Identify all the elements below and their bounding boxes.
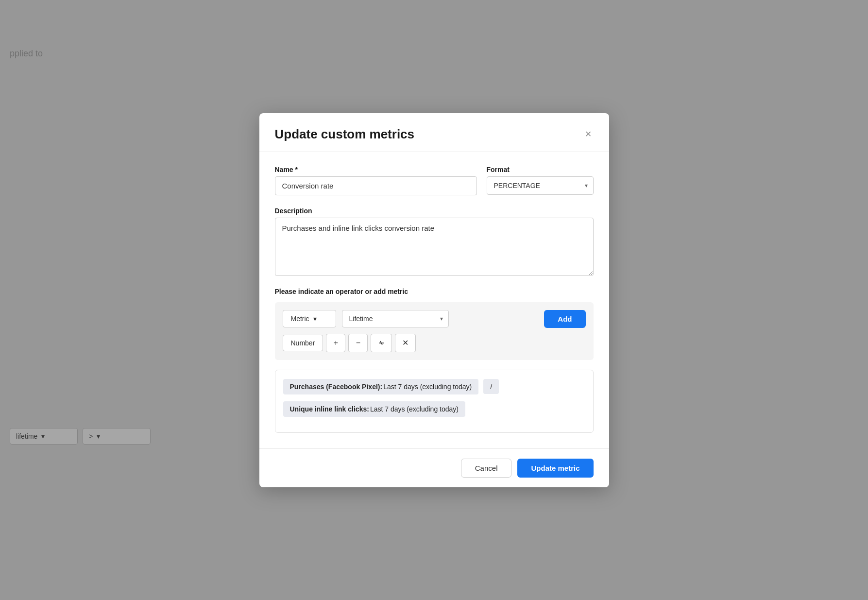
close-button[interactable]: ×: [583, 127, 594, 141]
name-group: Name *: [275, 166, 477, 195]
format-group: Format PERCENTAGE NUMBER CURRENCY DECIMA…: [487, 166, 594, 195]
format-select[interactable]: PERCENTAGE NUMBER CURRENCY DECIMAL: [487, 176, 594, 195]
update-metric-button[interactable]: Update metric: [517, 459, 593, 478]
format-select-wrapper: PERCENTAGE NUMBER CURRENCY DECIMAL ▾: [487, 176, 594, 195]
modal-body: Name * Format PERCENTAGE NUMBER CURRENCY…: [259, 152, 609, 448]
metrics-area: Purchases (Facebook Pixel): Last 7 days …: [275, 370, 594, 433]
name-format-row: Name * Format PERCENTAGE NUMBER CURRENCY…: [275, 166, 594, 195]
metric-tag-2: Unique inline link clicks: Last 7 days (…: [283, 401, 465, 417]
metric-row-1: Purchases (Facebook Pixel): Last 7 days …: [283, 379, 585, 394]
x-button[interactable]: ✕: [395, 334, 416, 352]
lifetime-select[interactable]: Lifetime Last 7 days Last 14 days Last 3…: [342, 310, 449, 327]
metric-chevron-icon: ▾: [313, 315, 317, 323]
operator-section-label: Please indicate an operator or add metri…: [275, 288, 594, 295]
metric1-rest: Last 7 days (excluding today): [383, 383, 472, 391]
metric-dropdown-button[interactable]: Metric ▾: [283, 310, 336, 327]
operator-top-row: Metric ▾ Lifetime Last 7 days Last 14 da…: [283, 310, 586, 328]
format-label: Format: [487, 166, 594, 173]
name-label: Name *: [275, 166, 477, 173]
description-group: Description Purchases and inline link cl…: [275, 207, 594, 276]
description-label: Description: [275, 207, 594, 215]
lifetime-select-wrapper: Lifetime Last 7 days Last 14 days Last 3…: [342, 310, 449, 327]
operator-buttons-row: Number + − ✕: [283, 334, 586, 352]
metric-tag-1: Purchases (Facebook Pixel): Last 7 days …: [283, 379, 479, 394]
modal-title: Update custom metrics: [275, 127, 415, 142]
add-button[interactable]: Add: [544, 310, 585, 328]
modal-footer: Cancel Update metric: [259, 448, 609, 487]
minus-button[interactable]: −: [348, 334, 368, 352]
number-button[interactable]: Number: [283, 335, 323, 351]
name-input[interactable]: [275, 176, 477, 195]
description-textarea[interactable]: Purchases and inline link clicks convers…: [275, 218, 594, 276]
modal-header: Update custom metrics ×: [259, 113, 609, 152]
metric2-rest: Last 7 days (excluding today): [370, 405, 459, 413]
cancel-button[interactable]: Cancel: [461, 459, 512, 478]
divider-tag: /: [483, 379, 499, 394]
metric-btn-label: Metric: [291, 315, 309, 323]
divide-button[interactable]: [371, 334, 392, 352]
metric-row-2: Unique inline link clicks: Last 7 days (…: [283, 401, 585, 417]
metric1-bold: Purchases (Facebook Pixel):: [290, 383, 383, 391]
plus-button[interactable]: +: [326, 334, 345, 352]
modal-container: Update custom metrics × Name * Format PE…: [259, 113, 609, 487]
operator-section: Metric ▾ Lifetime Last 7 days Last 14 da…: [275, 302, 594, 360]
metric2-bold: Unique inline link clicks:: [290, 405, 369, 413]
